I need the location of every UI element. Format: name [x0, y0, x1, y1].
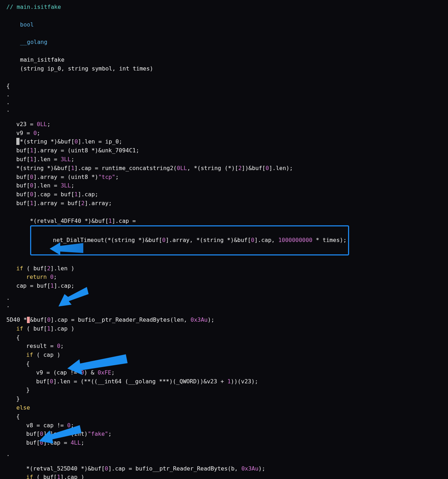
brace: } — [6, 395, 442, 404]
code-line: buf[0].array = (uint8 *)"tcp"; — [6, 173, 442, 182]
code-line: buf[1].array = (uint8 *)&unk_7094C1; — [6, 146, 442, 155]
code-line: buf[0].len = (int)"fake"; — [6, 430, 442, 439]
ellipsis-dot: . — [6, 302, 442, 309]
cursor-icon — [16, 138, 19, 145]
code-line: if ( buf[1].cap ) — [6, 473, 442, 479]
code-line: 5D40 *&buf[0].cap = bufio__ptr_Reader_Re… — [6, 316, 442, 325]
code-line: v9 = (cap != 0) & 0xFE; — [6, 368, 442, 377]
brace: { — [6, 333, 442, 342]
highlight-call-box: net_DialTimeout(*(string *)&buf[0].array… — [30, 225, 349, 255]
code-line: return 0; — [6, 273, 442, 282]
code-line: if ( cap ) — [6, 351, 442, 360]
function-comment: // main.isitfake — [6, 3, 442, 12]
code-line: *(string *)&buf[0].len = ip_0; — [6, 137, 442, 146]
code-line: *(retval_4DFF40 *)&buf[1].cap = net_Dial… — [6, 208, 442, 264]
calling-convention: __golang — [20, 39, 47, 45]
ellipsis-dot: . — [6, 106, 442, 114]
code-line: result = 0; — [6, 342, 442, 351]
code-line: v8 = cap != 0; — [6, 421, 442, 430]
return-type: bool — [20, 21, 34, 28]
function-name: main_isitfake — [20, 56, 65, 63]
code-line: *(retval_525D40 *)&buf[0].cap = bufio__p… — [6, 464, 442, 473]
code-line: buf[0].len = 3LL; — [6, 181, 442, 190]
function-signature: bool __golang main_isitfake (string ip_0… — [6, 12, 442, 82]
brace: { — [6, 412, 442, 421]
code-line: buf[0].len = (**((__int64 (__golang ***)… — [6, 377, 442, 386]
code-line: buf[0].cap = 4LL; — [6, 439, 442, 447]
code-line: *(string *)&buf[1].cap = runtime_concats… — [6, 164, 442, 173]
code-line: buf[0].cap = buf[1].cap; — [6, 190, 442, 199]
parameters: (string ip_0, string symbol, int times) — [20, 65, 153, 72]
code-line: if ( buf[2].len ) — [6, 264, 442, 273]
decompiler-code-view: // main.isitfake bool __golang main_isit… — [6, 3, 442, 479]
brace: } — [6, 386, 442, 395]
ellipsis-dot: . — [6, 91, 442, 98]
code-line: v23 = 0LL; — [6, 120, 442, 129]
code-line: else — [6, 404, 442, 412]
code-line: buf[1].array = buf[2].array; — [6, 199, 442, 208]
code-line: buf[1].len = 3LL; — [6, 155, 442, 164]
code-line: cap = buf[1].cap; — [6, 282, 442, 291]
open-brace: { — [6, 82, 442, 91]
code-line: v9 = 0; — [6, 129, 442, 138]
ellipsis-dot: . — [6, 450, 442, 458]
code-line: if ( buf[1].cap ) — [6, 325, 442, 333]
brace: { — [6, 360, 442, 368]
highlight-caret-icon — [27, 317, 30, 323]
ellipsis-dot: . — [6, 294, 442, 302]
ellipsis-dot: . — [6, 98, 442, 106]
